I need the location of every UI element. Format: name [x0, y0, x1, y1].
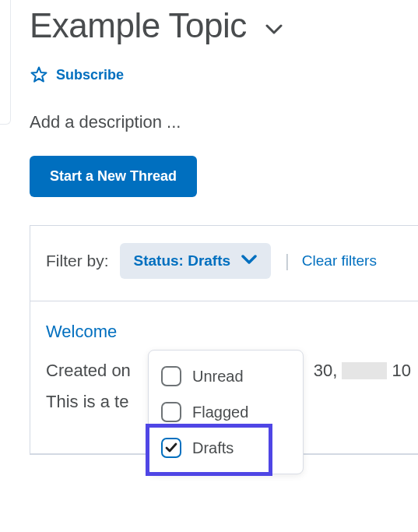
checkbox-flagged[interactable] — [161, 402, 181, 422]
checkbox-drafts[interactable] — [161, 438, 181, 458]
filter-option-unread[interactable]: Unread — [152, 358, 300, 394]
thread-created-prefix: Created on — [46, 361, 131, 381]
chevron-down-icon — [241, 254, 257, 268]
filter-option-flagged[interactable]: Flagged — [152, 394, 300, 430]
filter-option-drafts[interactable]: Drafts — [152, 430, 300, 466]
redacted-area — [342, 362, 387, 379]
filter-divider: | — [285, 251, 290, 271]
checkbox-unread[interactable] — [161, 366, 181, 386]
star-icon[interactable] — [30, 65, 48, 84]
filter-bar: Filter by: Status: Drafts | Clear filter… — [30, 226, 418, 301]
thread-created-day: 30, — [314, 361, 338, 381]
filter-option-label: Flagged — [192, 403, 248, 421]
topic-actions-chevron[interactable] — [265, 24, 283, 38]
filter-label: Filter by: — [46, 252, 109, 270]
thread-title-link[interactable]: Welcome — [46, 322, 418, 342]
filter-option-label: Drafts — [192, 439, 234, 457]
status-filter-text: Status: Drafts — [134, 252, 231, 270]
filter-option-label: Unread — [192, 368, 244, 386]
page-title: Example Topic — [30, 6, 247, 45]
clear-filters-link[interactable]: Clear filters — [302, 252, 377, 270]
start-thread-button[interactable]: Start a New Thread — [30, 156, 197, 197]
collapsed-side-panel — [0, 0, 11, 125]
description-placeholder[interactable]: Add a description ... — [30, 112, 418, 132]
status-filter-menu: Unread Flagged Drafts — [148, 350, 304, 474]
subscribe-link[interactable]: Subscribe — [56, 67, 124, 83]
status-filter-dropdown[interactable]: Status: Drafts — [120, 243, 272, 279]
thread-created-time: 10 — [392, 361, 410, 381]
